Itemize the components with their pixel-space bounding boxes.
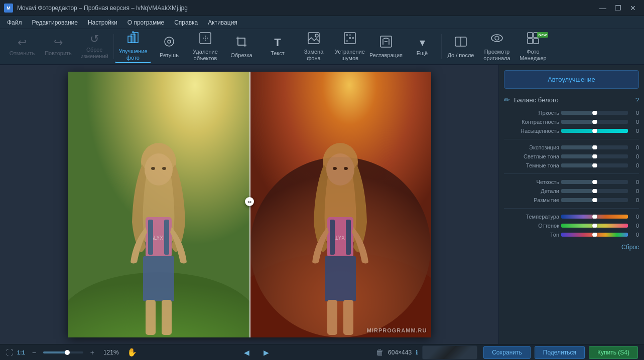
view-icon (490, 32, 503, 47)
delete-button[interactable]: 🗑 (376, 348, 384, 357)
crop-button[interactable]: Обрезка (223, 30, 260, 63)
redo-icon: ↪ (54, 37, 63, 48)
image-dimensions: 604×443 (388, 349, 412, 356)
canvas-background: ALYX (0, 65, 498, 344)
compare-button[interactable]: До / после (443, 30, 479, 63)
slider-shadows: Темные тона 0 (504, 162, 639, 168)
slider-clarity-label: Четкость (504, 179, 559, 185)
compare-label: До / после (448, 52, 474, 58)
text-label: Текст (271, 50, 285, 56)
next-image-button[interactable]: ▶ (260, 346, 273, 358)
view-label: Просмотроригинала (483, 49, 510, 62)
reset-button[interactable]: ↺ Сбросизменений (76, 30, 112, 63)
menu-settings[interactable]: Настройки (83, 18, 122, 28)
nav-controls: ◀ ▶ (141, 346, 372, 358)
zoom-level: 121% (103, 349, 119, 356)
redo-button[interactable]: ↪ Повторить (40, 30, 76, 63)
manager-button[interactable]: New ФотоМенеджер (515, 30, 551, 63)
svg-point-37 (151, 167, 155, 170)
noise-button[interactable]: Устранениешумов (332, 30, 368, 63)
zoom-1to1-button[interactable]: 1:1 (17, 349, 25, 355)
slider-clarity: Четкость 0 (504, 179, 639, 185)
save-button[interactable]: Сохранить (483, 346, 531, 359)
statusbar: ⛶ 1:1 − + 121% ✋ ◀ ▶ 🗑 604×443 ℹ Сохрани… (0, 344, 644, 360)
slider-details: Детали 0 (504, 188, 639, 194)
slider-tint-track[interactable] (561, 224, 628, 228)
slider-exposure-track[interactable] (561, 145, 628, 149)
slider-blur: Размытие 0 (504, 197, 639, 203)
hand-tool-button[interactable]: ✋ (127, 347, 137, 357)
svg-rect-43 (143, 256, 174, 301)
window-title: Movavi Фоторедактор – Пробная версия – l… (17, 5, 188, 12)
menu-edit[interactable]: Редактирование (27, 18, 83, 28)
retouch-button[interactable]: Ретушь (151, 30, 187, 63)
info-button[interactable]: ℹ (416, 349, 418, 356)
zoom-out-button[interactable]: − (29, 347, 39, 357)
slider-temperature-track[interactable] (561, 215, 628, 219)
text-button[interactable]: T Текст (260, 30, 296, 63)
svg-point-6 (168, 40, 171, 43)
bg-label: Заменафона (304, 49, 324, 62)
reset-all-button[interactable]: Сброс (621, 244, 639, 251)
slider-exposure-label: Экспозиция (504, 144, 559, 150)
slider-saturation-label: Насыщенность (504, 128, 559, 134)
close-button[interactable]: ✕ (626, 1, 640, 15)
more-button[interactable]: ▾ Ещё (404, 30, 440, 63)
slider-contrast-track[interactable] (561, 120, 628, 124)
slider-shadows-track[interactable] (561, 163, 628, 167)
slider-saturation-track[interactable] (561, 129, 628, 133)
section-divider-2 (504, 173, 639, 174)
slider-shadows-value: 0 (630, 162, 639, 168)
auto-enhance-button[interactable]: Автоулучшение (504, 70, 639, 89)
undo-icon: ↩ (18, 37, 27, 48)
restore-button[interactable]: Реставрация (368, 30, 404, 63)
slider-group-4: Температура 0 Оттенок 0 Тон (504, 214, 639, 238)
image-comparison: ALYX (68, 72, 431, 337)
maximize-button[interactable]: ❐ (611, 1, 625, 15)
fit-to-screen-button[interactable]: ⛶ (6, 348, 13, 356)
slider-temperature-label: Температура (504, 214, 559, 220)
slider-blur-track[interactable] (561, 198, 628, 202)
erase-button[interactable]: Удалениеобъектов (187, 30, 223, 63)
slider-brightness-label: Яркость (504, 110, 559, 116)
titlebar: M Movavi Фоторедактор – Пробная версия –… (0, 0, 644, 16)
bg-button[interactable]: Заменафона (296, 30, 332, 63)
menu-activate[interactable]: Активация (203, 18, 242, 28)
slider-details-track[interactable] (561, 189, 628, 193)
divider-handle[interactable]: ⇔ (245, 197, 254, 206)
svg-rect-21 (346, 40, 348, 42)
buy-button[interactable]: Купить (S4) (589, 346, 638, 359)
svg-rect-0 (128, 36, 132, 43)
svg-point-5 (165, 37, 174, 46)
menu-help[interactable]: Справка (169, 18, 203, 28)
thumbnail-preview (422, 345, 477, 359)
retouch-label: Ретушь (160, 52, 179, 58)
zoom-slider[interactable] (43, 351, 83, 353)
enhance-button[interactable]: Улучшениефото (115, 30, 151, 63)
prev-image-button[interactable]: ◀ (240, 346, 253, 358)
bg-icon (307, 32, 320, 47)
canvas-area[interactable]: ALYX (0, 65, 498, 344)
svg-point-36 (145, 153, 173, 186)
zoom-in-button[interactable]: + (87, 347, 97, 357)
slider-highlights-track[interactable] (561, 154, 628, 158)
section-title-wb: Баланс белого (514, 96, 559, 104)
crop-icon (235, 35, 248, 50)
share-button[interactable]: Поделиться (535, 346, 585, 359)
svg-rect-31 (528, 39, 533, 44)
minimize-button[interactable]: — (596, 1, 610, 15)
slider-brightness-track[interactable] (561, 111, 628, 115)
svg-rect-42 (164, 220, 169, 255)
menu-about[interactable]: О программе (122, 18, 169, 28)
menu-file[interactable]: Файл (2, 18, 27, 28)
slider-tone-track[interactable] (561, 233, 628, 237)
svg-point-28 (495, 36, 499, 40)
restore-label: Реставрация (369, 52, 403, 58)
image-before: ALYX (68, 72, 249, 337)
view-button[interactable]: Просмотроригинала (479, 30, 515, 63)
slider-clarity-track[interactable] (561, 180, 628, 184)
svg-rect-57 (325, 256, 356, 301)
undo-button[interactable]: ↩ Отменить (4, 30, 40, 63)
help-icon-wb[interactable]: ? (635, 96, 639, 104)
svg-rect-59 (343, 300, 353, 335)
